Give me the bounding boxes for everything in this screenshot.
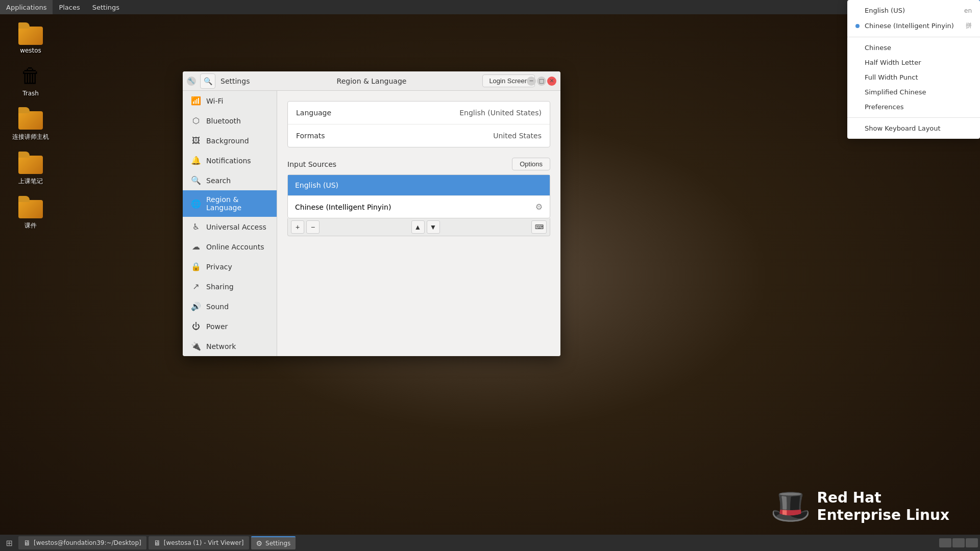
sidebar-item-sharing[interactable]: ↗ Sharing <box>183 277 277 296</box>
settings-window: 🔧 🔍 Settings Region & Language Login Scr… <box>183 71 560 356</box>
ime-label-chinese: Chinese <box>865 44 972 52</box>
sidebar-item-power[interactable]: ⏻ Power <box>183 316 277 336</box>
sidebar-label-sharing: Sharing <box>206 283 234 291</box>
taskbar-virt[interactable]: 🖥 [westosa (1) - Virt Viewer] <box>149 536 249 549</box>
pager-item-2[interactable] <box>952 538 965 547</box>
input-source-chinese-pinyin[interactable]: Chinese (Intelligent Pinyin) ⚙ <box>288 196 550 218</box>
sidebar-item-sound[interactable]: 🔊 Sound <box>183 296 277 316</box>
desktop-icon-notes[interactable]: 上课笔记 <box>10 148 51 188</box>
ime-item-chinese[interactable]: Chinese <box>847 40 980 55</box>
settings-title: Settings <box>220 77 250 85</box>
input-source-controls: + − ▲ ▼ ⌨ <box>287 218 550 236</box>
desktop-icon-westos[interactable]: westos <box>10 20 51 56</box>
ime-label-full-width: Full Width Punct <box>865 73 972 81</box>
sidebar-item-network[interactable]: 🔌 Network <box>183 336 277 356</box>
sidebar-label-network: Network <box>206 342 236 350</box>
ime-item-chinese-pinyin[interactable]: Chinese (Intelligent Pinyin) 拼 <box>847 18 980 34</box>
places-menu[interactable]: Places <box>53 0 86 14</box>
sidebar-label-universal-access: Universal Access <box>206 223 266 231</box>
desktop-icon-lessons[interactable]: 课件 <box>10 193 51 232</box>
taskbar: ⊞ 🖥 [westos@foundation39:~/Desktop] 🖥 [w… <box>0 535 980 551</box>
input-sources-container: English (US) Chinese (Intelligent Pinyin… <box>287 174 550 236</box>
taskbar-settings[interactable]: ⚙ Settings <box>251 536 296 549</box>
remove-input-source-button[interactable]: − <box>306 220 320 234</box>
input-source-label: Chinese (Intelligent Pinyin) <box>295 203 391 211</box>
language-row[interactable]: Language English (United States) <box>288 102 550 124</box>
sidebar-item-background[interactable]: 🖼 Background <box>183 131 277 151</box>
ime-label-pinyin: Chinese (Intelligent Pinyin) <box>865 22 961 30</box>
bluetooth-icon: ⬡ <box>191 116 201 126</box>
language-value: English (United States) <box>459 109 542 117</box>
desktop-icon-teacher[interactable]: 连接讲师主机 <box>10 104 51 143</box>
desktop-icon-label: westos <box>20 47 41 54</box>
pager-item-1[interactable] <box>939 538 951 547</box>
terminal-icon: 🖥 <box>23 539 31 547</box>
region-language-title: Region & Language <box>337 77 407 85</box>
sidebar: 📶 Wi-Fi ⬡ Bluetooth 🖼 Background 🔔 Notif… <box>183 91 277 356</box>
taskbar-pager <box>939 538 978 547</box>
window-wrench-btn[interactable]: 🔧 <box>187 77 196 86</box>
sidebar-label-region: Region & Language <box>206 195 268 212</box>
taskbar-virt-label: [westosa (1) - Virt Viewer] <box>164 539 244 546</box>
window-search-btn[interactable]: 🔍 <box>200 73 215 89</box>
options-button[interactable]: Options <box>512 158 550 170</box>
ime-item-simplified-chinese[interactable]: Simplified Chinese <box>847 85 980 99</box>
background-icon: 🖼 <box>191 136 201 145</box>
desktop: Applications Places Settings Apr 5 14:20… <box>0 0 980 551</box>
ime-item-half-width[interactable]: Half Width Letter <box>847 55 980 70</box>
sidebar-item-universal-access[interactable]: ♿ Universal Access <box>183 217 277 237</box>
settings-icon: ⚙ <box>256 539 263 547</box>
folder-icon <box>18 195 43 219</box>
pager-item-3[interactable] <box>966 538 978 547</box>
sidebar-item-online-accounts[interactable]: ☁ Online Accounts <box>183 237 277 257</box>
desktop-icon-label: 课件 <box>24 221 37 230</box>
sidebar-label-wifi: Wi-Fi <box>206 97 223 105</box>
folder-icon <box>18 106 43 131</box>
desktop-icon-trash[interactable]: 🗑 Trash <box>10 61 51 99</box>
sidebar-item-privacy[interactable]: 🔒 Privacy <box>183 257 277 277</box>
ime-item-english[interactable]: English (US) en <box>847 3 980 18</box>
topbar-left: Applications Places Settings <box>0 0 126 14</box>
ime-item-show-keyboard[interactable]: Show Keyboard Layout <box>847 121 980 136</box>
ime-item-preferences[interactable]: Preferences <box>847 99 980 114</box>
redhat-line1: Red Hat <box>817 489 949 507</box>
ime-label-show-keyboard: Show Keyboard Layout <box>865 124 972 132</box>
taskbar-launcher[interactable]: ⊞ <box>2 536 16 550</box>
formats-row[interactable]: Formats United States <box>288 124 550 147</box>
taskbar-terminal[interactable]: 🖥 [westos@foundation39:~/Desktop] <box>18 536 146 549</box>
input-source-label: English (US) <box>295 181 338 189</box>
input-source-english-us[interactable]: English (US) <box>288 175 550 196</box>
sidebar-label-background: Background <box>206 137 249 145</box>
main-content: Language English (United States) Formats… <box>277 91 560 356</box>
settings-menu[interactable]: Settings <box>86 0 126 14</box>
sidebar-item-search[interactable]: 🔍 Search <box>183 170 277 190</box>
online-accounts-icon: ☁ <box>191 242 201 252</box>
move-down-button[interactable]: ▼ <box>427 220 440 234</box>
input-source-settings-gear[interactable]: ⚙ <box>535 202 543 212</box>
close-button[interactable]: ✕ <box>547 77 556 86</box>
desktop-icon-label: Trash <box>22 90 39 97</box>
ime-item-full-width[interactable]: Full Width Punct <box>847 70 980 85</box>
maximize-button[interactable]: □ <box>537 77 546 86</box>
add-input-source-button[interactable]: + <box>291 220 304 234</box>
redhat-logo: 🎩 Red Hat Enterprise Linux <box>770 487 949 525</box>
show-keyboard-button[interactable]: ⌨ <box>531 220 547 234</box>
universal-access-icon: ♿ <box>191 222 201 232</box>
locale-card: Language English (United States) Formats… <box>287 101 550 147</box>
applications-menu[interactable]: Applications <box>0 0 53 14</box>
topbar: Applications Places Settings Apr 5 14:20… <box>0 0 980 14</box>
ime-abbr-pinyin: 拼 <box>966 21 972 30</box>
formats-value: United States <box>493 132 542 140</box>
sidebar-item-notifications[interactable]: 🔔 Notifications <box>183 151 277 170</box>
minimize-button[interactable]: − <box>527 77 536 86</box>
ime-label-english: English (US) <box>865 7 959 14</box>
sidebar-label-notifications: Notifications <box>206 157 251 165</box>
redhat-hat-icon: 🎩 <box>770 487 811 525</box>
sidebar-item-wifi[interactable]: 📶 Wi-Fi <box>183 91 277 111</box>
sidebar-item-region-language[interactable]: 🌐 Region & Language <box>183 190 277 217</box>
move-up-button[interactable]: ▲ <box>411 220 425 234</box>
ime-abbr-english: en <box>964 7 972 14</box>
sidebar-label-power: Power <box>206 322 228 331</box>
sidebar-item-bluetooth[interactable]: ⬡ Bluetooth <box>183 111 277 131</box>
trash-icon: 🗑 <box>18 63 43 88</box>
